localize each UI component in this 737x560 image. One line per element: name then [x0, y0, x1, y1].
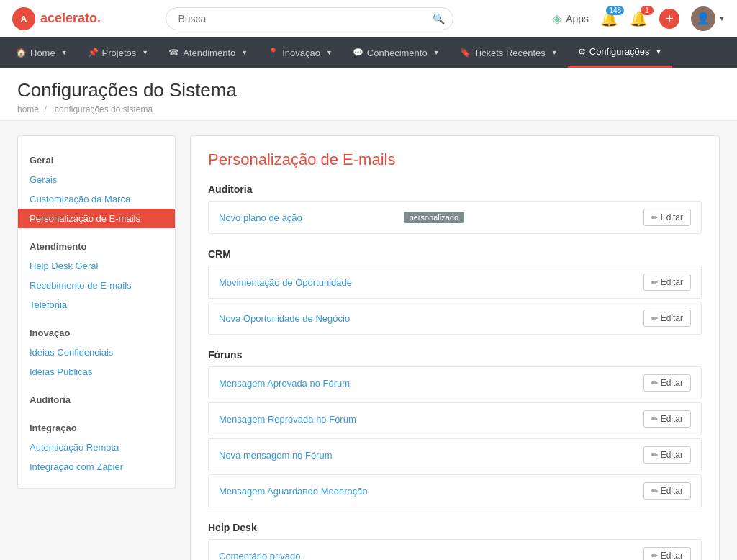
avatar: 👤 — [691, 6, 715, 31]
notification-badge-2: 1 — [641, 6, 654, 15]
email-label-novo-plano-acao: Novo plano de ação — [219, 212, 398, 223]
sidebar-section-atendimento: Atendimento — [18, 234, 175, 256]
edit-label: Editar — [661, 414, 683, 424]
breadcrumb-home[interactable]: home — [17, 104, 39, 114]
add-button[interactable]: + — [659, 9, 679, 29]
edit-btn-comentario-privado[interactable]: ✏ Editar — [643, 547, 691, 560]
apps-button[interactable]: ◈ Apps — [552, 11, 589, 27]
sidebar-item-personalizacao-emails[interactable]: Personalização de E-mails — [18, 209, 175, 228]
pencil-icon: ✏ — [651, 451, 658, 460]
edit-btn-nova-mensagem-forum[interactable]: ✏ Editar — [643, 446, 691, 464]
email-label-nova-mensagem-forum: Nova mensagem no Fórum — [219, 450, 643, 461]
page-title-area: Configurações do Sistema home / configur… — [0, 68, 737, 121]
edit-label: Editar — [661, 450, 683, 460]
nav-label-atendimento: Atendimento — [183, 48, 235, 58]
diamond-icon: ◈ — [552, 11, 562, 27]
nav-item-home[interactable]: 🏠 Home ▼ — [6, 37, 78, 68]
content-title: Personalização de E-mails — [208, 150, 702, 169]
email-row-comentario-privado: Comentário privado ✏ Editar — [208, 539, 702, 560]
edit-label: Editar — [661, 313, 683, 323]
nav-label-tickets: Tickets Recentes — [474, 48, 546, 58]
pencil-icon: ✏ — [651, 415, 658, 424]
sidebar-item-recebimento-emails[interactable]: Recebimento de E-mails — [18, 276, 175, 295]
nav-item-atendimento[interactable]: ☎ Atendimento ▼ — [158, 37, 258, 68]
search-area: 🔍 — [166, 7, 453, 30]
email-label-mensagem-moderacao: Mensagem Aguardando Moderação — [219, 486, 643, 497]
chevron-down-icon: ▼ — [326, 49, 333, 56]
nav-item-projetos[interactable]: 📌 Projetos ▼ — [78, 37, 159, 68]
pencil-icon: ✏ — [651, 551, 658, 561]
chevron-down-icon: ▼ — [718, 14, 725, 22]
nav-label-conhecimento: Conhecimento — [367, 48, 428, 58]
sidebar-item-ideias-publicas[interactable]: Ideias Públicas — [18, 362, 175, 381]
sidebar-item-ideias-confidenciais[interactable]: Ideias Confidenciais — [18, 343, 175, 362]
edit-label: Editar — [661, 486, 683, 496]
chevron-down-icon: ▼ — [61, 49, 68, 56]
alerts-button[interactable]: 🔔 1 — [630, 10, 648, 27]
sidebar-item-gerais[interactable]: Gerais — [18, 170, 175, 189]
email-row-mensagem-reprovada: Mensagem Reprovada no Fórum ✏ Editar — [208, 402, 702, 435]
pencil-icon: ✏ — [651, 379, 658, 388]
header-right: ◈ Apps 🔔 148 🔔 1 + 👤 ▼ — [552, 6, 725, 31]
section-title-help-desk: Help Desk — [208, 522, 702, 533]
sidebar-section-integracao: Integração — [18, 415, 175, 438]
email-row-mensagem-aprovada: Mensagem Aprovada no Fórum ✏ Editar — [208, 366, 702, 399]
edit-btn-nova-oportunidade[interactable]: ✏ Editar — [643, 310, 691, 327]
nav-label-inovacao: Inovação — [282, 48, 320, 58]
sidebar-item-autenticacao-remota[interactable]: Autenticação Remota — [18, 438, 175, 457]
notifications-button[interactable]: 🔔 148 — [600, 10, 618, 27]
inovacao-icon: 📍 — [268, 48, 279, 58]
section-title-foruns: Fóruns — [208, 349, 702, 361]
sidebar-item-telefonia[interactable]: Telefonia — [18, 295, 175, 315]
user-avatar-area[interactable]: 👤 ▼ — [691, 6, 725, 31]
chevron-down-icon: ▼ — [656, 48, 662, 55]
tickets-icon: 🔖 — [460, 48, 471, 58]
breadcrumb-separator: / — [44, 104, 49, 114]
email-label-mensagem-reprovada: Mensagem Reprovada no Fórum — [219, 414, 643, 425]
pencil-icon: ✏ — [651, 213, 658, 222]
apps-label: Apps — [566, 13, 589, 24]
logo-area: A acelerato. — [12, 6, 112, 31]
nav-item-inovacao[interactable]: 📍 Inovação ▼ — [258, 37, 343, 68]
nav-bar: 🏠 Home ▼ 📌 Projetos ▼ ☎ Atendimento ▼ 📍 … — [0, 37, 737, 68]
badge-personalizado: personalizado — [404, 212, 465, 223]
edit-label: Editar — [661, 378, 683, 388]
svg-text:A: A — [20, 14, 27, 24]
sidebar-item-help-desk-geral[interactable]: Help Desk Geral — [18, 256, 175, 276]
nav-item-configuracoes[interactable]: ⚙ Configurações ▼ — [568, 37, 672, 68]
chevron-down-icon: ▼ — [433, 49, 440, 56]
nav-item-conhecimento[interactable]: 💬 Conhecimento ▼ — [343, 37, 450, 68]
email-label-comentario-privado: Comentário privado — [219, 551, 643, 561]
nav-item-tickets-recentes[interactable]: 🔖 Tickets Recentes ▼ — [450, 37, 568, 68]
top-header: A acelerato. 🔍 ◈ Apps 🔔 148 🔔 1 + 👤 ▼ — [0, 0, 737, 37]
email-row-nova-mensagem-forum: Nova mensagem no Fórum ✏ Editar — [208, 438, 702, 471]
notification-badge-1: 148 — [606, 6, 624, 15]
sidebar-section-inovacao: Inovação — [18, 320, 175, 343]
edit-btn-mensagem-moderacao[interactable]: ✏ Editar — [643, 482, 691, 500]
edit-btn-novo-plano-acao[interactable]: ✏ Editar — [643, 209, 691, 226]
edit-label: Editar — [661, 277, 683, 287]
edit-btn-movimentacao-oportunidade[interactable]: ✏ Editar — [643, 274, 691, 291]
sidebar-section-geral: Geral — [18, 148, 175, 170]
logo-icon: A — [12, 6, 36, 31]
email-label-mensagem-aprovada: Mensagem Aprovada no Fórum — [219, 378, 643, 389]
email-label-nova-oportunidade: Nova Oportunidade de Negócio — [219, 313, 643, 324]
main-content: Geral Gerais Customização da Marca Perso… — [0, 121, 737, 560]
edit-btn-mensagem-reprovada[interactable]: ✏ Editar — [643, 410, 691, 428]
search-icon: 🔍 — [433, 13, 445, 24]
conhecimento-icon: 💬 — [353, 48, 363, 58]
sidebar: Geral Gerais Customização da Marca Perso… — [17, 135, 176, 489]
home-icon: 🏠 — [16, 48, 27, 58]
nav-label-configuracoes: Configurações — [589, 46, 650, 57]
sidebar-section-auditoria: Auditoria — [18, 387, 175, 410]
breadcrumb: home / configurações do sistema — [17, 104, 720, 114]
search-input[interactable] — [166, 7, 453, 30]
email-row-novo-plano-acao: Novo plano de ação personalizado ✏ Edita… — [208, 201, 702, 234]
pencil-icon: ✏ — [651, 314, 658, 323]
page-title: Configurações do Sistema — [17, 79, 720, 101]
edit-btn-mensagem-aprovada[interactable]: ✏ Editar — [643, 374, 691, 392]
sidebar-item-customizacao-marca[interactable]: Customização da Marca — [18, 189, 175, 209]
configuracoes-icon: ⚙ — [578, 47, 586, 57]
sidebar-item-integracao-zapier[interactable]: Integração com Zapier — [18, 457, 175, 477]
pencil-icon: ✏ — [651, 278, 658, 287]
